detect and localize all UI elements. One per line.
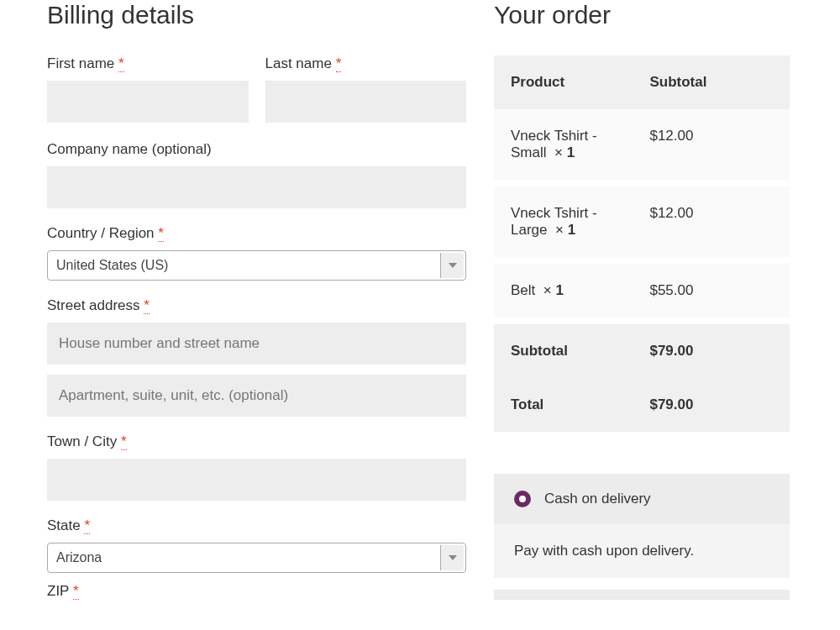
subtotal-value: $79.00: [633, 321, 790, 378]
company-field: Company name (optional): [47, 141, 466, 208]
item-name: Belt: [511, 282, 535, 298]
required-mark: *: [121, 433, 127, 450]
company-label: Company name (optional): [47, 141, 466, 158]
item-qty: × 1: [539, 282, 564, 298]
payment-option-label: Cash on delivery: [544, 491, 651, 507]
city-field: Town / City *: [47, 433, 466, 501]
zip-label: ZIP *: [47, 583, 466, 600]
col-subtotal: Subtotal: [633, 55, 790, 109]
state-label: State *: [47, 517, 466, 534]
country-value: United States (US): [56, 258, 168, 273]
order-table: Product Subtotal Vneck Tshirt - Small × …: [494, 55, 790, 432]
street-label: Street address *: [47, 297, 466, 314]
order-row: Belt × 1 $55.00: [494, 260, 790, 321]
payment-description: Pay with cash upon delivery.: [494, 524, 790, 578]
chevron-down-icon: [440, 545, 464, 570]
order-heading: Your order: [494, 0, 790, 30]
subtotal-row: Subtotal $79.00: [494, 321, 790, 378]
item-price: $12.00: [633, 109, 790, 183]
last-name-field: Last name *: [265, 55, 467, 123]
last-name-input[interactable]: [265, 81, 467, 123]
first-name-field: First name *: [47, 55, 249, 123]
country-select[interactable]: United States (US): [47, 250, 466, 281]
item-price: $55.00: [633, 260, 790, 321]
first-name-label: First name *: [47, 55, 249, 72]
last-name-label: Last name *: [265, 55, 467, 72]
city-label: Town / City *: [47, 433, 466, 450]
zip-field: ZIP *: [47, 583, 466, 608]
state-select[interactable]: Arizona: [47, 543, 466, 573]
billing-heading: Billing details: [47, 0, 466, 30]
item-price: $12.00: [633, 183, 790, 260]
city-input[interactable]: [47, 459, 466, 501]
country-label: Country / Region *: [47, 225, 466, 242]
required-mark: *: [158, 225, 164, 242]
total-label: Total: [494, 378, 633, 432]
required-mark: *: [118, 55, 124, 72]
chevron-down-icon: [440, 253, 464, 278]
payment-footer: [494, 590, 790, 600]
total-value: $79.00: [633, 378, 790, 432]
street-field: Street address *: [47, 297, 466, 365]
company-input[interactable]: [47, 166, 466, 208]
street-input-1[interactable]: [47, 323, 466, 365]
state-value: Arizona: [56, 550, 102, 565]
order-row: Vneck Tshirt - Small × 1 $12.00: [494, 109, 790, 183]
required-mark: *: [144, 297, 150, 314]
total-row: Total $79.00: [494, 378, 790, 432]
required-mark: *: [84, 517, 90, 534]
first-name-input[interactable]: [47, 81, 249, 123]
state-field: State * Arizona: [47, 517, 466, 573]
item-qty: × 1: [550, 144, 575, 160]
col-product: Product: [494, 55, 633, 109]
subtotal-label: Subtotal: [494, 321, 633, 378]
country-field: Country / Region * United States (US): [47, 225, 466, 281]
payment-section: Cash on delivery Pay with cash upon deli…: [494, 474, 790, 600]
item-qty: × 1: [551, 222, 575, 238]
required-mark: *: [336, 55, 342, 72]
order-row: Vneck Tshirt - Large × 1 $12.00: [494, 183, 790, 260]
required-mark: *: [73, 583, 79, 600]
street-input-2[interactable]: [47, 375, 466, 417]
radio-selected-icon: [514, 491, 531, 507]
payment-option-cod[interactable]: Cash on delivery: [494, 474, 790, 524]
